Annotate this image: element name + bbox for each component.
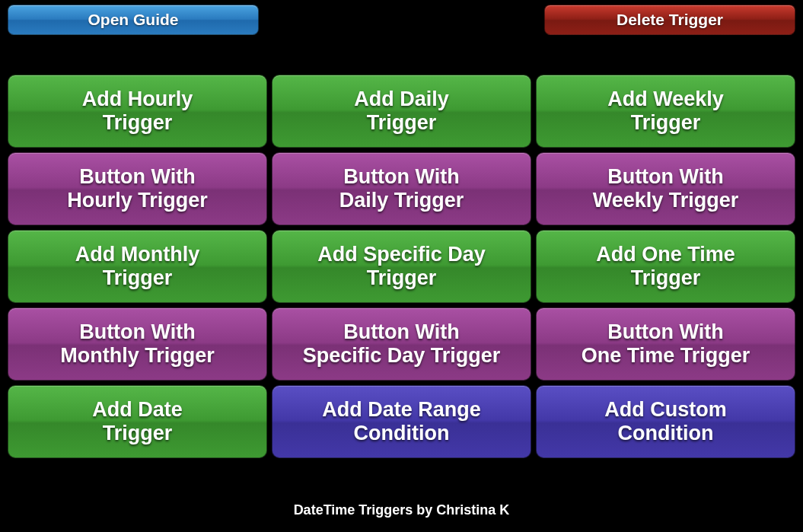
button-with-monthly-trigger-button[interactable]: Button With Monthly Trigger (8, 307, 267, 381)
add-hourly-trigger-button[interactable]: Add Hourly Trigger (8, 75, 267, 148)
footer-credit: DateTime Triggers by Christina K (0, 502, 803, 518)
button-with-weekly-trigger-button[interactable]: Button With Weekly Trigger (536, 152, 795, 225)
delete-trigger-button[interactable]: Delete Trigger (544, 5, 795, 35)
top-toolbar: Open Guide Delete Trigger (0, 0, 803, 35)
open-guide-button[interactable]: Open Guide (8, 5, 259, 35)
button-with-hourly-trigger-button[interactable]: Button With Hourly Trigger (8, 152, 267, 225)
add-daily-trigger-button[interactable]: Add Daily Trigger (272, 75, 531, 148)
add-weekly-trigger-button[interactable]: Add Weekly Trigger (536, 75, 795, 148)
add-custom-condition-button[interactable]: Add Custom Condition (536, 385, 795, 458)
trigger-button-grid: Add Hourly TriggerAdd Daily TriggerAdd W… (0, 75, 803, 458)
button-with-daily-trigger-button[interactable]: Button With Daily Trigger (272, 152, 531, 225)
add-date-trigger-button[interactable]: Add Date Trigger (8, 385, 267, 458)
add-one-time-trigger-button[interactable]: Add One Time Trigger (536, 230, 795, 303)
add-monthly-trigger-button[interactable]: Add Monthly Trigger (8, 230, 267, 303)
add-specific-day-trigger-button[interactable]: Add Specific Day Trigger (272, 230, 531, 303)
add-date-range-condition-button[interactable]: Add Date Range Condition (272, 385, 531, 458)
button-with-one-time-trigger-button[interactable]: Button With One Time Trigger (536, 307, 795, 381)
button-with-specific-day-trigger-button[interactable]: Button With Specific Day Trigger (272, 307, 531, 381)
